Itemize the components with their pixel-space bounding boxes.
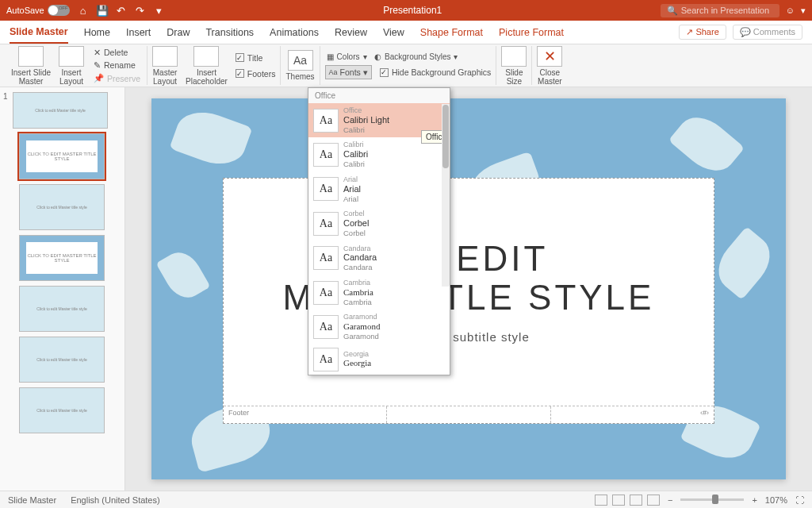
- colors-icon: ▦: [327, 52, 334, 61]
- footers-checkbox[interactable]: ✓Footers: [236, 69, 276, 79]
- fit-to-window-icon[interactable]: ⛶: [795, 495, 804, 505]
- thumbnail-layout[interactable]: Click to edit Master title style: [19, 387, 105, 433]
- zoom-out-button[interactable]: −: [668, 495, 672, 505]
- title-placeholder[interactable]: TO EDIT M TITLE STYLE Master subtitle st…: [224, 179, 714, 406]
- close-master-button[interactable]: ✕Close Master: [537, 46, 562, 86]
- slide-canvas[interactable]: 5/15/19 TO EDIT M TITLE STYLE Master sub…: [125, 87, 812, 491]
- preserve-icon: 📌: [94, 73, 104, 83]
- font-theme-item[interactable]: AaArialArialArial: [308, 172, 450, 206]
- hide-bg-checkbox[interactable]: ✓Hide Background Graphics: [380, 67, 491, 77]
- tab-slide-master[interactable]: Slide Master: [10, 21, 68, 44]
- tab-home[interactable]: Home: [84, 22, 110, 43]
- thumbnail-layout[interactable]: Click to edit Master title style: [19, 286, 105, 332]
- font-theme-item[interactable]: AaGaramondGaramondGaramond: [308, 310, 450, 344]
- master-layout-button[interactable]: Master Layout: [152, 46, 178, 86]
- insert-layout-button[interactable]: Insert Layout: [59, 46, 84, 86]
- thumbnail-layout[interactable]: CLICK TO EDIT MASTER TITLE STYLE: [19, 133, 105, 179]
- colors-button[interactable]: ▦Colors ▾ ◐Background Styles ▾: [325, 52, 460, 62]
- fonts-button[interactable]: AaFonts ▾: [325, 65, 372, 79]
- preserve-button[interactable]: 📌Preserve: [92, 72, 142, 84]
- status-bar: Slide Master English (United States) − +…: [0, 491, 812, 508]
- page-number-placeholder[interactable]: ‹#›: [551, 406, 714, 423]
- font-theme-item[interactable]: AaCorbelCorbelCorbel: [308, 206, 450, 241]
- delete-button[interactable]: ✕Delete: [92, 47, 142, 58]
- themes-button[interactable]: AaThemes: [285, 50, 314, 81]
- zoom-in-button[interactable]: +: [752, 495, 756, 505]
- rename-button[interactable]: ✎Rename: [92, 60, 142, 71]
- home-icon[interactable]: ⌂: [78, 5, 89, 16]
- thumbnail-layout[interactable]: Click to edit Master title style: [19, 337, 105, 383]
- title-checkbox[interactable]: ✓Title: [236, 53, 276, 63]
- save-icon[interactable]: 💾: [97, 5, 108, 16]
- share-button[interactable]: ↗ Share: [679, 25, 726, 40]
- view-sorter-icon[interactable]: [612, 495, 625, 506]
- zoom-slider[interactable]: [680, 498, 744, 501]
- zoom-level[interactable]: 107%: [765, 495, 787, 505]
- tab-insert[interactable]: Insert: [126, 22, 151, 43]
- thumbnail-layout[interactable]: CLICK TO EDIT MASTER TITLE STYLE: [19, 235, 105, 281]
- undo-icon[interactable]: ↶: [116, 5, 127, 16]
- status-mode[interactable]: Slide Master: [8, 495, 56, 505]
- thumbnail-layout[interactable]: Click to edit Master title style: [19, 184, 105, 230]
- font-theme-item[interactable]: AaGeorgiaGeorgia: [308, 344, 450, 375]
- tab-picture-format[interactable]: Picture Format: [499, 22, 564, 43]
- user-smile-icon[interactable]: ☺: [786, 6, 795, 15]
- tab-draw[interactable]: Draw: [167, 22, 190, 43]
- fonts-dropdown: Office Aa OfficeCalibri LightCalibri Off…: [308, 87, 450, 375]
- slide-size-button[interactable]: Slide Size: [501, 46, 527, 86]
- slide[interactable]: 5/15/19 TO EDIT M TITLE STYLE Master sub…: [151, 98, 786, 479]
- status-language[interactable]: English (United States): [71, 495, 160, 505]
- view-reading-icon[interactable]: [630, 495, 642, 506]
- dropdown-scrollbar[interactable]: [442, 104, 450, 287]
- font-theme-item[interactable]: Aa OfficeCalibri LightCalibri Office: [308, 103, 450, 137]
- thumbnail-master[interactable]: Click to edit Master title style: [13, 92, 108, 129]
- redo-icon[interactable]: ↷: [135, 5, 146, 16]
- view-normal-icon[interactable]: [595, 495, 607, 506]
- bgstyles-icon: ◐: [374, 52, 381, 61]
- tab-shape-format[interactable]: Shape Format: [420, 22, 483, 43]
- tab-animations[interactable]: Animations: [270, 22, 319, 43]
- font-theme-item[interactable]: AaCambriaCambriaCambria: [308, 275, 450, 310]
- fonts-dropdown-header: Office: [308, 88, 450, 103]
- ribbon: Insert Slide Master Insert Layout ✕Delet…: [0, 44, 812, 87]
- tab-transitions[interactable]: Transitions: [205, 22, 254, 43]
- view-slideshow-icon[interactable]: [647, 495, 660, 506]
- title-bar: AutoSave OFF ⌂ 💾 ↶ ↷ ▾ Presentation1 🔍 S…: [0, 0, 812, 21]
- search-input[interactable]: 🔍 Search in Presentation: [661, 4, 779, 17]
- comments-button[interactable]: 💬 Comments: [733, 25, 802, 40]
- insert-placeholder-button[interactable]: Insert Placeholder: [186, 46, 228, 86]
- ribbon-tabs: Slide Master Home Insert Draw Transition…: [0, 21, 812, 44]
- qat-dropdown-icon[interactable]: ▾: [154, 5, 165, 16]
- document-title: Presentation1: [165, 5, 661, 16]
- autosave-toggle[interactable]: AutoSave OFF: [6, 5, 70, 16]
- title-options-icon[interactable]: ▾: [801, 6, 806, 16]
- tab-view[interactable]: View: [383, 22, 404, 43]
- font-theme-item[interactable]: AaCalibriCalibriCalibri: [308, 137, 450, 171]
- insert-slide-master-button[interactable]: Insert Slide Master: [11, 46, 51, 86]
- thumbnail-panel: 1 Click to edit Master title style CLICK…: [0, 87, 125, 491]
- tab-review[interactable]: Review: [335, 22, 367, 43]
- delete-icon: ✕: [94, 48, 101, 57]
- font-theme-item[interactable]: AaCandaraCandaraCandara: [308, 241, 450, 275]
- footer-placeholder[interactable]: Footer: [224, 406, 387, 423]
- autosave-label: AutoSave: [6, 6, 44, 15]
- rename-icon: ✎: [94, 60, 101, 70]
- slide-content-area[interactable]: TO EDIT M TITLE STYLE Master subtitle st…: [223, 178, 714, 424]
- search-icon: 🔍: [667, 6, 678, 16]
